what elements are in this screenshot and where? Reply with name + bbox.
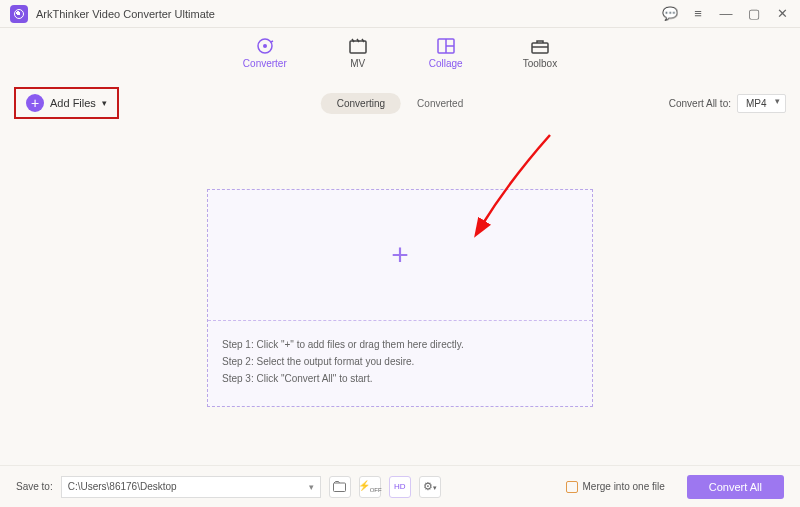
segment-converted[interactable]: Converted bbox=[401, 93, 479, 114]
tab-mv-label: MV bbox=[350, 58, 365, 69]
save-path-text: C:\Users\86176\Desktop bbox=[68, 481, 177, 492]
drop-zone-steps: Step 1: Click "+" to add files or drag t… bbox=[208, 321, 592, 406]
toolbox-icon bbox=[530, 37, 550, 55]
tab-converter[interactable]: Converter bbox=[243, 36, 287, 69]
convert-all-button[interactable]: Convert All bbox=[687, 475, 784, 499]
actionbar: + Add Files ▾ Converting Converted Conve… bbox=[0, 79, 800, 129]
chevron-down-icon: ▾ bbox=[309, 482, 314, 492]
status-segment: Converting Converted bbox=[321, 93, 480, 114]
add-files-label: Add Files bbox=[50, 97, 96, 109]
close-icon[interactable]: ✕ bbox=[774, 6, 790, 21]
svg-rect-2 bbox=[350, 41, 366, 53]
tab-mv[interactable]: MV bbox=[347, 36, 369, 69]
segment-converting[interactable]: Converting bbox=[321, 93, 401, 114]
step-3: Step 3: Click "Convert All" to start. bbox=[222, 373, 578, 384]
collage-icon bbox=[436, 37, 456, 55]
svg-rect-6 bbox=[532, 43, 548, 53]
hd-button[interactable]: HD bbox=[389, 476, 411, 498]
open-folder-button[interactable] bbox=[329, 476, 351, 498]
checkbox-icon bbox=[566, 481, 578, 493]
add-files-button[interactable]: + Add Files ▾ bbox=[14, 87, 119, 119]
convert-all-to: Convert All to: MP4 bbox=[669, 93, 786, 113]
tab-collage-label: Collage bbox=[429, 58, 463, 69]
tab-toolbox[interactable]: Toolbox bbox=[523, 36, 557, 69]
app-logo-icon bbox=[10, 5, 28, 23]
window-controls: 💬 ≡ — ▢ ✕ bbox=[662, 6, 790, 21]
merge-checkbox[interactable]: Merge into one file bbox=[566, 481, 665, 493]
step-1: Step 1: Click "+" to add files or drag t… bbox=[222, 339, 578, 350]
drop-zone-plus-area[interactable]: + bbox=[208, 190, 592, 320]
main-tabs: Converter MV Collage Toolbox bbox=[0, 28, 800, 79]
titlebar: ArkThinker Video Converter Ultimate 💬 ≡ … bbox=[0, 0, 800, 28]
svg-point-1 bbox=[263, 44, 267, 48]
output-format-select[interactable]: MP4 bbox=[737, 94, 786, 113]
minimize-icon[interactable]: — bbox=[718, 6, 734, 21]
tab-collage[interactable]: Collage bbox=[429, 36, 463, 69]
drop-zone[interactable]: + Step 1: Click "+" to add files or drag… bbox=[207, 189, 593, 407]
menu-icon[interactable]: ≡ bbox=[690, 6, 706, 21]
step-2: Step 2: Select the output format you des… bbox=[222, 356, 578, 367]
mv-icon bbox=[348, 37, 368, 55]
chevron-down-icon: ▾ bbox=[102, 98, 107, 108]
svg-rect-8 bbox=[334, 483, 346, 492]
save-to-label: Save to: bbox=[16, 481, 53, 492]
settings-button[interactable]: ⚙▾ bbox=[419, 476, 441, 498]
tab-toolbox-label: Toolbox bbox=[523, 58, 557, 69]
app-title: ArkThinker Video Converter Ultimate bbox=[36, 8, 662, 20]
save-path-box[interactable]: C:\Users\86176\Desktop ▾ bbox=[61, 476, 321, 498]
converter-icon bbox=[255, 36, 275, 56]
big-plus-icon: + bbox=[391, 238, 409, 272]
hw-accel-button[interactable]: ⚡OFF bbox=[359, 476, 381, 498]
convert-all-to-label: Convert All to: bbox=[669, 98, 731, 109]
lightning-icon: ⚡OFF bbox=[358, 480, 382, 493]
hd-icon: HD bbox=[394, 482, 406, 491]
folder-icon bbox=[333, 481, 346, 492]
tab-converter-label: Converter bbox=[243, 58, 287, 69]
footer: Save to: C:\Users\86176\Desktop ▾ ⚡OFF H… bbox=[0, 465, 800, 507]
merge-label: Merge into one file bbox=[583, 481, 665, 492]
gear-icon: ⚙▾ bbox=[423, 480, 437, 493]
plus-icon: + bbox=[26, 94, 44, 112]
maximize-icon[interactable]: ▢ bbox=[746, 6, 762, 21]
feedback-icon[interactable]: 💬 bbox=[662, 6, 678, 21]
